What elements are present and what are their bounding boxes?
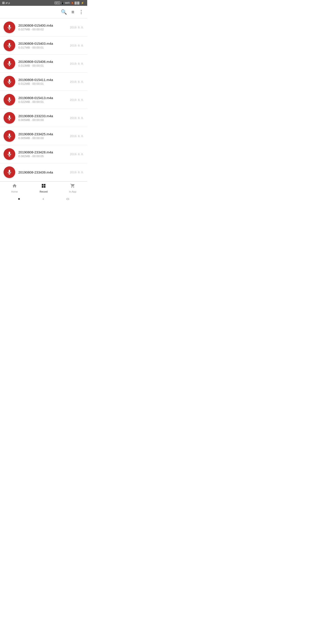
record-name: 20190808-233425.m4a <box>18 132 68 136</box>
record-nav-icon <box>41 183 46 190</box>
record-info: 20190808-015413.m4a0.022MB · 00:00:01 <box>18 96 68 104</box>
microphone-svg <box>6 115 12 121</box>
record-meta: 0.005MB · 00:00:00 <box>18 118 68 122</box>
list-item[interactable]: 20190808-015403.m4a0.017MB · 00:00:01201… <box>0 36 87 54</box>
bottom-nav: Home Record In-App <box>0 181 87 195</box>
microphone-svg <box>6 24 12 30</box>
svg-rect-3 <box>44 186 46 188</box>
microphone-svg <box>6 169 12 175</box>
list-item[interactable]: 20190808-233439.m4a2019. 8. 8. <box>0 163 87 181</box>
record-info: 20190808-233428.m4a0.082MB · 00:00:05 <box>18 150 68 158</box>
status-wifi: WiFi <box>65 2 70 4</box>
sys-nav-back[interactable]: ‹ <box>43 197 44 200</box>
mic-icon <box>4 112 15 124</box>
search-icon[interactable]: 🔍 <box>60 8 68 16</box>
record-date: 2019. 8. 8. <box>70 26 84 29</box>
microphone-svg <box>6 60 12 66</box>
mic-icon <box>4 166 15 178</box>
record-name: 20190808-015413.m4a <box>18 96 68 100</box>
app-bar: 🔍 ≡ ⋮ <box>0 6 87 18</box>
system-nav-bar: ■ ‹ ⬭ <box>0 195 87 203</box>
status-icon-p: p <box>8 2 10 4</box>
record-date: 2019. 8. 8. <box>70 44 84 47</box>
record-date: 2019. 8. 8. <box>70 134 84 138</box>
microphone-svg <box>6 133 12 139</box>
mic-icon <box>4 76 15 88</box>
nav-item-home[interactable]: Home <box>0 182 29 195</box>
svg-rect-0 <box>42 184 44 186</box>
record-info: 20190808-015411.m4a0.012MB · 00:00:01 <box>18 78 68 86</box>
sys-nav-home[interactable]: ⬭ <box>66 197 69 201</box>
status-nfc: NFC <box>54 2 60 4</box>
record-name: 20190808-015403.m4a <box>18 42 68 46</box>
record-name: 20190808-233428.m4a <box>18 150 68 154</box>
record-name: 20190808-015411.m4a <box>18 78 68 82</box>
list-item[interactable]: 20190808-015413.m4a0.022MB · 00:00:01201… <box>0 91 87 109</box>
status-bar: 🖼 ⇄ p NFC 📳 WiFi 🔕 ▌▌▌ ⚡ <box>0 0 87 6</box>
status-icon-arrows: ⇄ <box>6 2 8 4</box>
record-meta: 0.082MB · 00:00:05 <box>18 154 68 158</box>
microphone-svg <box>6 151 12 157</box>
microphone-svg <box>6 79 12 84</box>
list-item[interactable]: 20190808-015411.m4a0.012MB · 00:00:01201… <box>0 73 87 91</box>
record-date: 2019. 8. 8. <box>70 170 84 174</box>
record-info: 20190808-233439.m4a <box>18 170 68 174</box>
nav-item-record[interactable]: Record <box>29 182 58 195</box>
record-date: 2019. 8. 8. <box>70 116 84 120</box>
inapp-nav-icon <box>70 183 75 190</box>
record-info: 20190808-233233.m4a0.005MB · 00:00:00 <box>18 114 68 122</box>
record-nav-label: Record <box>40 190 48 193</box>
record-meta: 0.017MB · 00:00:01 <box>18 46 68 49</box>
status-icon-image: 🖼 <box>2 2 5 4</box>
list-item[interactable]: 20190808-233233.m4a0.005MB · 00:00:00201… <box>0 109 87 127</box>
nav-item-inapp[interactable]: In-App <box>58 182 87 195</box>
mic-icon <box>4 22 15 33</box>
status-bell-off: 🔕 <box>71 2 74 4</box>
record-info: 20190808-015403.m4a0.017MB · 00:00:01 <box>18 42 68 49</box>
record-meta: 0.012MB · 00:00:01 <box>18 82 68 86</box>
list-item[interactable]: 20190808-015400.m4a0.027MB · 00:00:02201… <box>0 18 87 36</box>
home-nav-label: Home <box>11 190 18 193</box>
record-name: 20190808-233439.m4a <box>18 170 68 174</box>
mic-icon <box>4 148 15 160</box>
record-info: 20190808-015400.m4a0.027MB · 00:00:02 <box>18 24 68 31</box>
svg-rect-2 <box>42 186 44 188</box>
list-item[interactable]: 20190808-233428.m4a0.082MB · 00:00:05201… <box>0 145 87 163</box>
sort-icon[interactable]: ≡ <box>70 8 75 16</box>
mic-icon <box>4 58 15 69</box>
record-info: 20190808-233425.m4a0.005MB · 00:00:00 <box>18 132 68 140</box>
status-right: NFC 📳 WiFi 🔕 ▌▌▌ ⚡ <box>54 2 85 4</box>
record-meta: 0.013MB · 00:00:01 <box>18 64 68 67</box>
status-left: 🖼 ⇄ p <box>2 2 10 4</box>
record-date: 2019. 8. 8. <box>70 98 84 102</box>
record-date: 2019. 8. 8. <box>70 62 84 65</box>
record-meta: 0.027MB · 00:00:02 <box>18 28 68 31</box>
record-info: 20190808-015406.m4a0.013MB · 00:00:01 <box>18 60 68 67</box>
home-nav-icon <box>12 183 17 190</box>
list-item[interactable]: 20190808-015406.m4a0.013MB · 00:00:01201… <box>0 54 87 73</box>
mic-icon <box>4 94 15 106</box>
mic-icon <box>4 40 15 51</box>
record-meta: 0.005MB · 00:00:00 <box>18 136 68 140</box>
more-icon[interactable]: ⋮ <box>78 8 84 16</box>
status-battery: ⚡ <box>81 2 84 4</box>
microphone-svg <box>6 42 12 48</box>
record-list: 20190808-015400.m4a0.027MB · 00:00:02201… <box>0 18 87 181</box>
mic-icon <box>4 130 15 142</box>
status-signal: ▌▌▌ <box>75 2 80 4</box>
record-name: 20190808-233233.m4a <box>18 114 68 118</box>
list-item[interactable]: 20190808-233425.m4a0.005MB · 00:00:00201… <box>0 127 87 145</box>
sys-nav-stop[interactable]: ■ <box>18 197 20 200</box>
record-name: 20190808-015400.m4a <box>18 24 68 27</box>
status-vibrate: 📳 <box>61 2 64 4</box>
microphone-svg <box>6 97 12 103</box>
record-date: 2019. 8. 8. <box>70 80 84 84</box>
record-date: 2019. 8. 8. <box>70 152 84 156</box>
record-name: 20190808-015406.m4a <box>18 60 68 64</box>
record-meta: 0.022MB · 00:00:01 <box>18 100 68 104</box>
svg-rect-1 <box>44 184 46 186</box>
inapp-nav-label: In-App <box>69 190 76 193</box>
